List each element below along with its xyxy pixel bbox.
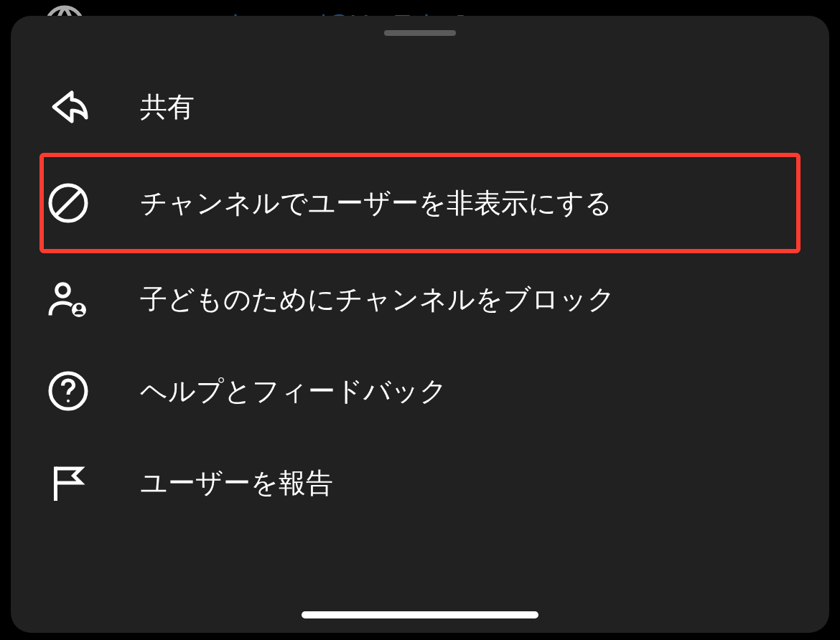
share-icon: [47, 85, 90, 128]
svg-point-4: [57, 284, 70, 297]
svg-point-8: [67, 400, 70, 403]
svg-line-3: [56, 191, 81, 216]
menu-item-label: チャンネルでユーザーを非表示にする: [140, 185, 612, 222]
home-indicator[interactable]: [302, 611, 538, 618]
menu-item-label: 共有: [140, 89, 195, 126]
flag-icon: [47, 461, 90, 504]
menu-item-share[interactable]: 共有: [11, 61, 829, 153]
menu-list: 共有 チャンネルでユーザーを非表示にする 子どもの: [11, 43, 829, 529]
menu-item-hide-user[interactable]: チャンネルでユーザーを非表示にする: [39, 153, 801, 253]
person-block-icon: [47, 278, 90, 321]
svg-point-6: [76, 305, 82, 311]
menu-item-block-for-kids[interactable]: 子どものためにチャンネルをブロック: [11, 253, 829, 345]
drag-handle[interactable]: [384, 30, 456, 36]
menu-item-label: 子どものためにチャンネルをブロック: [140, 281, 615, 318]
menu-item-label: ユーザーを報告: [140, 465, 333, 502]
block-icon: [47, 182, 90, 225]
menu-item-help[interactable]: ヘルプとフィードバック: [11, 345, 829, 437]
menu-item-report[interactable]: ユーザーを報告: [11, 437, 829, 529]
bottom-sheet: 共有 チャンネルでユーザーを非表示にする 子どもの: [11, 16, 829, 633]
menu-item-label: ヘルプとフィードバック: [140, 373, 447, 410]
help-icon: [47, 370, 90, 413]
